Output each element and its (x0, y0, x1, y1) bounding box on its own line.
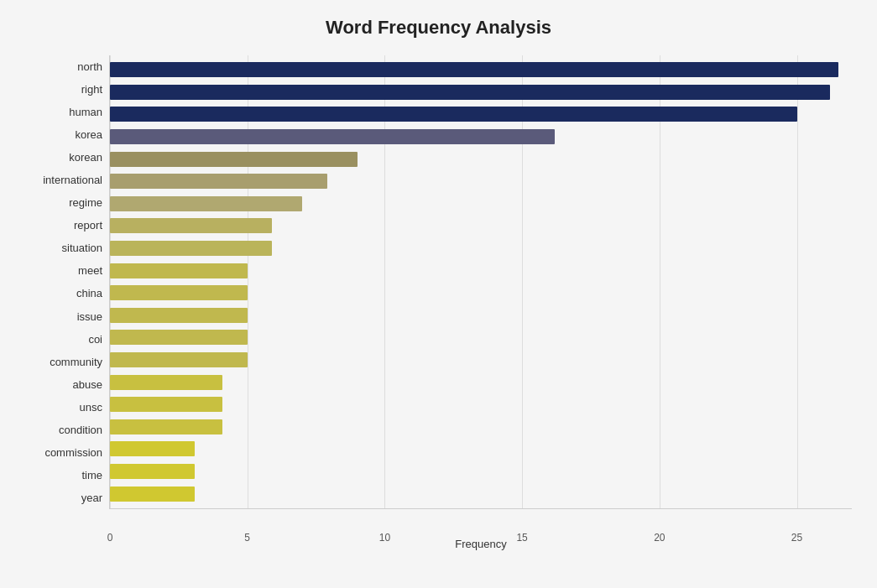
x-tick: 5 (244, 532, 250, 544)
bar (110, 241, 272, 256)
y-label: community (50, 351, 102, 372)
x-tick: 15 (516, 532, 527, 544)
bar-row (110, 418, 852, 436)
y-label: condition (59, 419, 102, 440)
x-tick: 25 (791, 532, 802, 544)
bar-row (110, 216, 852, 235)
y-label: commission (44, 441, 102, 463)
x-tick: 20 (654, 532, 665, 544)
bar-row (110, 262, 852, 280)
bar-row (110, 485, 852, 503)
y-label: abuse (73, 373, 102, 395)
bar (110, 129, 555, 144)
y-label: international (43, 169, 102, 191)
bar-row (110, 239, 852, 258)
bar-row (110, 195, 852, 213)
bar-row (110, 440, 852, 458)
y-label: coi (88, 328, 102, 350)
bar-row (110, 306, 852, 325)
bar (110, 487, 195, 502)
y-labels: northrighthumankoreakoreaninternationalr… (25, 55, 109, 509)
bar (110, 397, 222, 412)
bar (110, 464, 195, 479)
bar (110, 85, 830, 100)
bar-row (110, 150, 852, 169)
y-label: china (76, 283, 102, 304)
bar-row (110, 328, 852, 346)
y-label: human (69, 101, 102, 123)
chart-title: Word Frequency Analysis (25, 17, 852, 39)
x-tick: 10 (379, 532, 390, 544)
y-label: meet (78, 260, 102, 282)
y-label: north (77, 56, 102, 78)
y-label: korean (69, 147, 102, 169)
chart-container: Word Frequency Analysis northrighthumank… (0, 0, 877, 588)
y-label: time (81, 464, 102, 486)
y-label: situation (62, 237, 102, 259)
bar-row (110, 395, 852, 414)
bar-row (110, 105, 852, 123)
bar-row (110, 373, 852, 392)
bar-row (110, 83, 852, 101)
bar-row (110, 172, 852, 190)
chart-area: northrighthumankoreakoreaninternationalr… (25, 55, 852, 509)
bar-row (110, 127, 852, 146)
y-label: unsc (80, 396, 102, 418)
bar-row (110, 284, 852, 302)
bar (110, 285, 248, 300)
bar (110, 441, 195, 456)
bar (110, 375, 222, 390)
bar (110, 107, 797, 122)
y-label: regime (69, 192, 102, 214)
bar (110, 330, 248, 345)
bar (110, 419, 222, 434)
bar-row (110, 462, 852, 481)
bar (110, 308, 248, 323)
bar (110, 152, 358, 167)
y-label: issue (77, 305, 102, 327)
bar (110, 196, 302, 211)
bar-row (110, 351, 852, 369)
bars-container (110, 55, 852, 508)
y-label: report (74, 215, 102, 237)
bar (110, 218, 272, 233)
y-label: korea (75, 124, 102, 146)
bar (110, 62, 838, 77)
bar (110, 263, 248, 278)
y-label: right (81, 79, 102, 101)
bar (110, 352, 248, 367)
bar (110, 174, 327, 189)
plot-area: 0510152025 Frequency (109, 55, 852, 509)
x-tick: 0 (107, 532, 113, 544)
bar-row (110, 60, 852, 79)
x-axis-title: Frequency (455, 538, 506, 550)
y-label: year (81, 487, 102, 508)
